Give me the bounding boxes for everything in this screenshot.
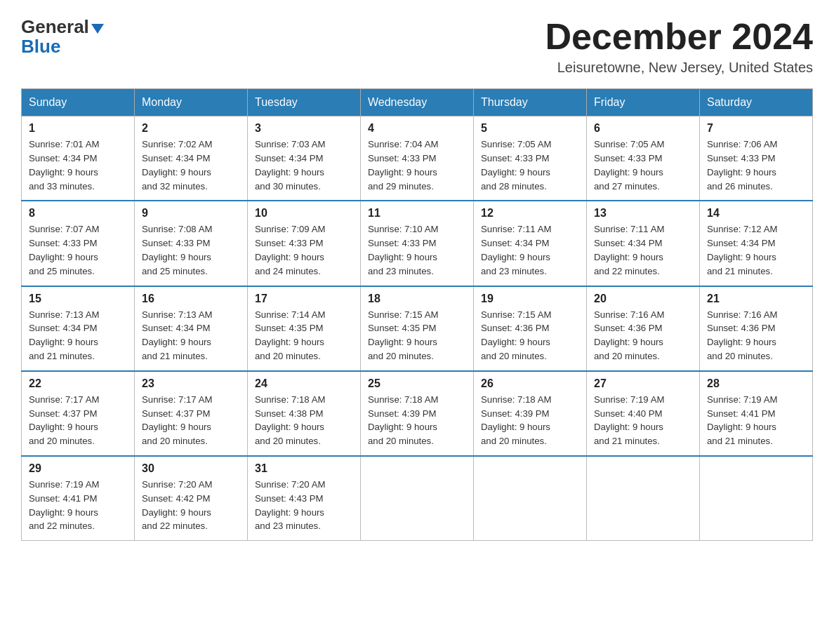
day-info: Sunrise: 7:08 AMSunset: 4:33 PMDaylight:… (142, 222, 240, 278)
calendar-day-cell: 14Sunrise: 7:12 AMSunset: 4:34 PMDayligh… (700, 201, 813, 286)
day-number: 5 (481, 122, 579, 135)
weekday-header-tuesday: Tuesday (248, 89, 361, 116)
day-info: Sunrise: 7:12 AMSunset: 4:34 PMDaylight:… (707, 222, 805, 278)
day-info: Sunrise: 7:13 AMSunset: 4:34 PMDaylight:… (29, 308, 127, 363)
calendar-day-cell: 13Sunrise: 7:11 AMSunset: 4:34 PMDayligh… (587, 201, 700, 286)
day-info: Sunrise: 7:01 AMSunset: 4:34 PMDaylight:… (29, 137, 127, 193)
calendar-table: SundayMondayTuesdayWednesdayThursdayFrid… (21, 88, 813, 541)
day-number: 22 (29, 377, 127, 390)
logo-text: General (21, 17, 104, 37)
day-info: Sunrise: 7:11 AMSunset: 4:34 PMDaylight:… (481, 222, 579, 278)
day-number: 26 (481, 377, 579, 390)
day-number: 20 (594, 293, 692, 305)
calendar-day-cell: 28Sunrise: 7:19 AMSunset: 4:41 PMDayligh… (700, 371, 813, 456)
weekday-header-wednesday: Wednesday (361, 89, 474, 116)
day-info: Sunrise: 7:05 AMSunset: 4:33 PMDaylight:… (594, 137, 692, 193)
day-info: Sunrise: 7:02 AMSunset: 4:34 PMDaylight:… (142, 137, 240, 193)
day-number: 3 (255, 122, 353, 135)
day-info: Sunrise: 7:13 AMSunset: 4:34 PMDaylight:… (142, 308, 240, 363)
location-subtitle: Leisuretowne, New Jersey, United States (545, 60, 813, 76)
day-number: 7 (707, 122, 805, 135)
day-info: Sunrise: 7:17 AMSunset: 4:37 PMDaylight:… (29, 393, 127, 448)
weekday-header-row: SundayMondayTuesdayWednesdayThursdayFrid… (22, 89, 813, 116)
day-info: Sunrise: 7:09 AMSunset: 4:33 PMDaylight:… (255, 222, 353, 278)
day-number: 14 (707, 207, 805, 220)
day-info: Sunrise: 7:20 AMSunset: 4:42 PMDaylight:… (142, 478, 240, 533)
day-info: Sunrise: 7:06 AMSunset: 4:33 PMDaylight:… (707, 137, 805, 193)
day-number: 2 (142, 122, 240, 135)
calendar-day-cell: 23Sunrise: 7:17 AMSunset: 4:37 PMDayligh… (135, 371, 248, 456)
day-number: 23 (142, 377, 240, 390)
calendar-week-row: 1Sunrise: 7:01 AMSunset: 4:34 PMDaylight… (22, 116, 813, 201)
day-info: Sunrise: 7:04 AMSunset: 4:33 PMDaylight:… (368, 137, 466, 193)
day-number: 17 (255, 293, 353, 305)
calendar-day-cell: 16Sunrise: 7:13 AMSunset: 4:34 PMDayligh… (135, 286, 248, 371)
day-number: 25 (368, 377, 466, 390)
day-number: 4 (368, 122, 466, 135)
title-area: December 2024 Leisuretowne, New Jersey, … (545, 17, 813, 76)
day-info: Sunrise: 7:18 AMSunset: 4:38 PMDaylight:… (255, 393, 353, 448)
calendar-day-cell: 19Sunrise: 7:15 AMSunset: 4:36 PMDayligh… (474, 286, 587, 371)
calendar-day-cell: 17Sunrise: 7:14 AMSunset: 4:35 PMDayligh… (248, 286, 361, 371)
calendar-week-row: 29Sunrise: 7:19 AMSunset: 4:41 PMDayligh… (22, 456, 813, 541)
calendar-day-cell (474, 456, 587, 541)
calendar-day-cell: 25Sunrise: 7:18 AMSunset: 4:39 PMDayligh… (361, 371, 474, 456)
day-number: 9 (142, 207, 240, 220)
calendar-day-cell: 30Sunrise: 7:20 AMSunset: 4:42 PMDayligh… (135, 456, 248, 541)
day-number: 10 (255, 207, 353, 220)
day-info: Sunrise: 7:14 AMSunset: 4:35 PMDaylight:… (255, 308, 353, 363)
calendar-day-cell: 5Sunrise: 7:05 AMSunset: 4:33 PMDaylight… (474, 116, 587, 201)
day-number: 30 (142, 462, 240, 475)
calendar-day-cell: 26Sunrise: 7:18 AMSunset: 4:39 PMDayligh… (474, 371, 587, 456)
calendar-day-cell: 31Sunrise: 7:20 AMSunset: 4:43 PMDayligh… (248, 456, 361, 541)
calendar-day-cell: 12Sunrise: 7:11 AMSunset: 4:34 PMDayligh… (474, 201, 587, 286)
day-info: Sunrise: 7:20 AMSunset: 4:43 PMDaylight:… (255, 478, 353, 533)
day-number: 16 (142, 293, 240, 305)
calendar-day-cell: 15Sunrise: 7:13 AMSunset: 4:34 PMDayligh… (22, 286, 135, 371)
calendar-day-cell: 21Sunrise: 7:16 AMSunset: 4:36 PMDayligh… (700, 286, 813, 371)
day-number: 29 (29, 462, 127, 475)
calendar-day-cell (587, 456, 700, 541)
day-info: Sunrise: 7:19 AMSunset: 4:41 PMDaylight:… (29, 478, 127, 533)
day-info: Sunrise: 7:05 AMSunset: 4:33 PMDaylight:… (481, 137, 579, 193)
calendar-day-cell: 4Sunrise: 7:04 AMSunset: 4:33 PMDaylight… (361, 116, 474, 201)
weekday-header-thursday: Thursday (474, 89, 587, 116)
day-number: 28 (707, 377, 805, 390)
day-info: Sunrise: 7:10 AMSunset: 4:33 PMDaylight:… (368, 222, 466, 278)
day-info: Sunrise: 7:19 AMSunset: 4:40 PMDaylight:… (594, 393, 692, 448)
day-number: 27 (594, 377, 692, 390)
day-number: 12 (481, 207, 579, 220)
day-info: Sunrise: 7:03 AMSunset: 4:34 PMDaylight:… (255, 137, 353, 193)
calendar-day-cell: 2Sunrise: 7:02 AMSunset: 4:34 PMDaylight… (135, 116, 248, 201)
day-number: 15 (29, 293, 127, 305)
weekday-header-friday: Friday (587, 89, 700, 116)
calendar-day-cell: 27Sunrise: 7:19 AMSunset: 4:40 PMDayligh… (587, 371, 700, 456)
calendar-day-cell: 10Sunrise: 7:09 AMSunset: 4:33 PMDayligh… (248, 201, 361, 286)
month-title: December 2024 (545, 17, 813, 57)
calendar-week-row: 8Sunrise: 7:07 AMSunset: 4:33 PMDaylight… (22, 201, 813, 286)
calendar-day-cell (700, 456, 813, 541)
weekday-header-monday: Monday (135, 89, 248, 116)
day-info: Sunrise: 7:18 AMSunset: 4:39 PMDaylight:… (481, 393, 579, 448)
day-info: Sunrise: 7:18 AMSunset: 4:39 PMDaylight:… (368, 393, 466, 448)
logo: General Blue (21, 17, 104, 58)
page-header: General Blue December 2024 Leisuretowne,… (21, 17, 813, 76)
day-number: 19 (481, 293, 579, 305)
day-info: Sunrise: 7:11 AMSunset: 4:34 PMDaylight:… (594, 222, 692, 278)
day-info: Sunrise: 7:16 AMSunset: 4:36 PMDaylight:… (707, 308, 805, 363)
calendar-week-row: 15Sunrise: 7:13 AMSunset: 4:34 PMDayligh… (22, 286, 813, 371)
calendar-day-cell: 11Sunrise: 7:10 AMSunset: 4:33 PMDayligh… (361, 201, 474, 286)
calendar-day-cell: 20Sunrise: 7:16 AMSunset: 4:36 PMDayligh… (587, 286, 700, 371)
calendar-day-cell: 18Sunrise: 7:15 AMSunset: 4:35 PMDayligh… (361, 286, 474, 371)
logo-line2: Blue (21, 36, 60, 58)
day-number: 24 (255, 377, 353, 390)
calendar-day-cell: 9Sunrise: 7:08 AMSunset: 4:33 PMDaylight… (135, 201, 248, 286)
calendar-day-cell: 8Sunrise: 7:07 AMSunset: 4:33 PMDaylight… (22, 201, 135, 286)
calendar-day-cell: 3Sunrise: 7:03 AMSunset: 4:34 PMDaylight… (248, 116, 361, 201)
calendar-day-cell (361, 456, 474, 541)
day-number: 13 (594, 207, 692, 220)
calendar-day-cell: 6Sunrise: 7:05 AMSunset: 4:33 PMDaylight… (587, 116, 700, 201)
day-info: Sunrise: 7:15 AMSunset: 4:35 PMDaylight:… (368, 308, 466, 363)
day-info: Sunrise: 7:19 AMSunset: 4:41 PMDaylight:… (707, 393, 805, 448)
day-info: Sunrise: 7:17 AMSunset: 4:37 PMDaylight:… (142, 393, 240, 448)
